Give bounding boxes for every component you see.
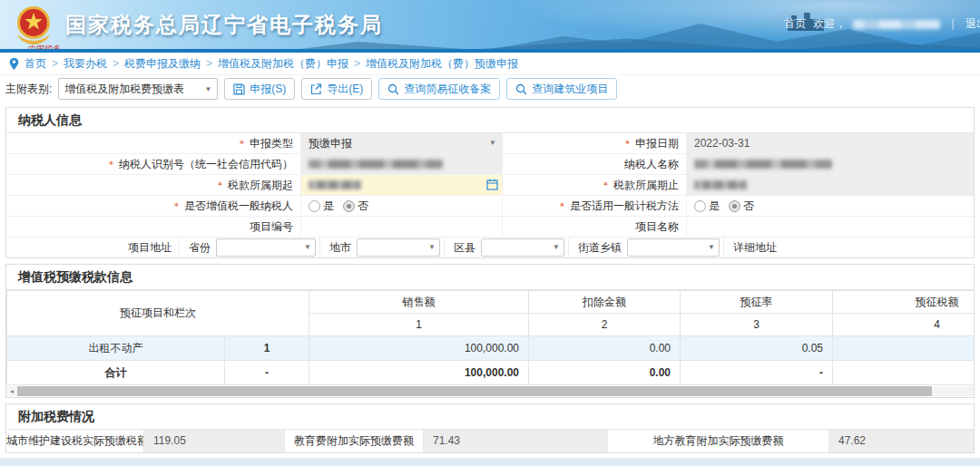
breadcrumb-item-vat-prepay-declaration[interactable]: 增值税及附加税（费）预缴申报	[366, 56, 518, 72]
declare-type-select[interactable]: 预缴申报 ▼	[301, 133, 502, 153]
city-label: 地市	[324, 238, 357, 257]
line-number: 1	[309, 314, 529, 336]
sales-total: 100,000.00	[309, 361, 529, 385]
banner-links: 首页 欢迎， ｜ 退出	[784, 16, 980, 32]
col-header-sales: 销售额	[309, 291, 529, 314]
tax-total: 4,761.90	[833, 361, 975, 385]
project-no-label: 项目编号	[6, 217, 300, 237]
project-no-input[interactable]	[300, 217, 503, 237]
table-row-total: 合计 - 100,000.00 0.00 - 4,761.90	[7, 361, 975, 385]
col-header-rate: 预征率	[681, 291, 833, 314]
row-line: 1	[225, 336, 309, 361]
breadcrumb: 首页 > 我要办税 > 税费申报及缴纳 > 增值税及附加税（费）申报 > 增值税…	[0, 53, 980, 75]
rate-total: -	[681, 361, 833, 385]
toolbar: 主附表别: 增值税及附加税费预缴表 ▼ 申报(S) 导出(E)	[0, 75, 980, 102]
calendar-icon[interactable]	[486, 179, 498, 190]
required-mark: ＊	[622, 138, 632, 149]
radio-no[interactable]: 否	[729, 196, 754, 216]
breadcrumb-item-declaration-payment[interactable]: 税费申报及缴纳	[124, 56, 201, 72]
form-row: ＊税款所属期起 ＊税款所属期止	[6, 175, 974, 196]
detail-addr-input[interactable]	[782, 238, 970, 257]
breadcrumb-separator: >	[113, 57, 119, 70]
province-select[interactable]: ▼	[216, 238, 316, 257]
is-general-method-radios: 是 否	[686, 196, 974, 216]
vat-prepay-table: 预征项目和栏次 销售额 扣除金额 预征率 预征税额 1 2 3 4	[6, 290, 974, 385]
query-simple-levy-label: 查询简易征收备案	[404, 82, 491, 97]
deduction-value[interactable]: 0.00	[529, 336, 681, 361]
declare-date-value: 2022-03-31	[686, 133, 974, 153]
vat-prepay-section: 增值税预缴税款信息 预征项目和栏次 销售额 扣除金额 预征率 预征税额	[5, 264, 975, 398]
breadcrumb-item-tax-handling[interactable]: 我要办税	[64, 56, 107, 72]
urban-construction-tax-label: 城市维护建设税实际预缴税额	[6, 430, 144, 452]
period-start-field[interactable]	[300, 175, 503, 195]
form-row: ＊申报类型 预缴申报 ▼ ＊申报日期 2022-03-31	[6, 133, 974, 154]
taxpayer-info-section: 纳税人信息 ＊申报类型 预缴申报 ▼ ＊申报日期 2022-03-31 ＊纳税人…	[5, 107, 975, 258]
form-select-label: 主附表别:	[5, 82, 52, 97]
national-emblem-icon	[13, 4, 54, 45]
district-select[interactable]: ▼	[481, 238, 564, 257]
urban-construction-tax-value: 119.05	[144, 430, 285, 452]
export-button-label: 导出(E)	[327, 82, 363, 97]
query-construction-button[interactable]: 查询建筑业项目	[506, 78, 617, 100]
line-number: 2	[529, 314, 681, 336]
export-icon	[310, 83, 322, 95]
scroll-left-arrow[interactable]: ◂	[6, 386, 17, 396]
required-mark: ＊	[172, 200, 181, 211]
radio-yes[interactable]: 是	[309, 196, 334, 216]
education-surcharge-label: 教育费附加实际预缴费额	[285, 430, 424, 452]
breadcrumb-separator: >	[52, 57, 58, 70]
is-general-method-label: ＊是否适用一般计税方法	[503, 196, 686, 216]
banner-bottom-strip	[0, 49, 980, 53]
project-addr-label: 项目地址	[6, 238, 179, 257]
radio-no[interactable]: 否	[343, 196, 368, 216]
required-mark: ＊	[215, 180, 225, 190]
project-name-input[interactable]	[686, 217, 974, 237]
query-simple-levy-button[interactable]: 查询简易征收备案	[378, 78, 500, 100]
required-mark: ＊	[557, 200, 567, 211]
taxpayer-info-grid: ＊申报类型 预缴申报 ▼ ＊申报日期 2022-03-31 ＊纳税人识别号（统一…	[6, 133, 974, 257]
street-select[interactable]: ▼	[627, 238, 720, 257]
declare-button[interactable]: 申报(S)	[224, 78, 295, 100]
form-row: 项目编号 项目名称	[6, 217, 974, 238]
breadcrumb-item-vat-declaration[interactable]: 增值税及附加税（费）申报	[218, 56, 348, 72]
sales-value[interactable]: 100,000.00	[309, 336, 529, 361]
item-col-header: 预征项目和栏次	[7, 291, 309, 336]
radio-yes[interactable]: 是	[694, 196, 720, 216]
declare-type-label: ＊申报类型	[6, 133, 300, 153]
export-button[interactable]: 导出(E)	[301, 78, 372, 100]
surtax-section: 附加税费情况 城市维护建设税实际预缴税额 119.05 教育费附加实际预缴费额 …	[5, 403, 975, 453]
surtax-row: 城市维护建设税实际预缴税额 119.05 教育费附加实际预缴费额 71.43 地…	[6, 430, 974, 452]
form-select[interactable]: 增值税及附加税费预缴表 ▼	[58, 78, 218, 100]
scrollbar-thumb[interactable]	[17, 386, 932, 396]
logout-link[interactable]: 退出	[965, 16, 980, 32]
search-icon	[515, 83, 527, 95]
chevron-down-icon: ▼	[204, 85, 211, 93]
surtax-title: 附加税费情况	[6, 404, 974, 430]
chevron-down-icon: ▼	[553, 238, 560, 257]
required-mark: ＊	[237, 138, 247, 149]
period-end-label: ＊税款所属期止	[503, 175, 686, 195]
breadcrumb-item-home[interactable]: 首页	[24, 56, 46, 72]
site-banner: 中国税务 国家税务总局辽宁省电子税务局 首页 欢迎， ｜ 退出	[0, 0, 980, 53]
taxpayer-info-title: 纳税人信息	[6, 108, 974, 133]
required-mark: ＊	[106, 159, 116, 170]
row-name: 合计	[7, 361, 225, 385]
vat-prepay-title: 增值税预缴税款信息	[6, 265, 974, 290]
declare-button-label: 申报(S)	[250, 82, 286, 97]
chevron-down-icon: ▼	[428, 238, 436, 257]
col-header-deduction: 扣除金额	[529, 291, 681, 314]
city-select[interactable]: ▼	[357, 238, 440, 257]
page: 中国税务 国家税务总局辽宁省电子税务局 首页 欢迎， ｜ 退出 首页 > 我要办…	[0, 0, 980, 466]
link-separator: ｜	[947, 16, 958, 32]
tax-value: 4,761.90	[833, 336, 975, 361]
banner-home-link[interactable]: 首页	[784, 16, 806, 32]
province-label: 省份	[183, 238, 216, 257]
breadcrumb-separator: >	[206, 57, 212, 70]
footer-strip	[0, 458, 980, 466]
project-address-row: 项目地址 省份 ▼ 地市 ▼ 区县 ▼ 街道乡镇 ▼ 详细	[6, 238, 974, 257]
detail-addr-label: 详细地址	[728, 238, 782, 257]
form-row: ＊是否增值税一般纳税人 是 否 ＊是否适用一般计税方法 是 否	[6, 196, 974, 217]
rate-value[interactable]: 0.05	[681, 336, 833, 361]
search-icon	[387, 83, 399, 95]
location-pin-icon	[9, 58, 19, 70]
